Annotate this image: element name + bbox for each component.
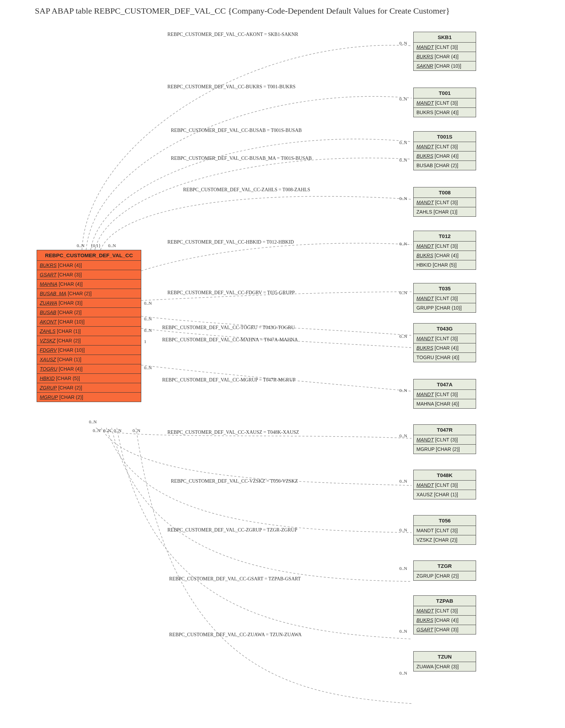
entity-tzpab-header: TZPAB (414, 596, 476, 606)
card-mid-4: 0..N (144, 365, 152, 371)
entity-t035-header: T035 (414, 283, 476, 294)
rel-12: REBPC_CUSTOMER_DEF_VAL_CC-ZGRUP = TZGR-Z… (167, 527, 297, 533)
field-name: MANDT (416, 528, 434, 533)
target-field-row: ZUAWA [CHAR (3)] (414, 662, 476, 671)
field-type: [CLNT (3)] (434, 336, 458, 341)
field-type: [CHAR (4)] (433, 153, 458, 159)
main-field-row: AKONT [CHAR (10)] (37, 317, 141, 327)
entity-t001-header: T001 (414, 88, 476, 98)
field-name: VZSKZ (416, 537, 432, 543)
field-name: BUSAB (40, 310, 56, 315)
field-type: [CHAR (4)] (433, 110, 458, 115)
field-name: MANDT (416, 144, 434, 149)
card-bot-3: 0..N (133, 428, 140, 433)
rel-2: REBPC_CUSTOMER_DEF_VAL_CC-BUSAB = T001S-… (171, 128, 302, 133)
target-field-row: ZGRUP [CHAR (2)] (414, 571, 476, 580)
field-name: ZUAWA (40, 300, 57, 306)
field-name: ZAHLS (416, 209, 432, 215)
field-type: [CHAR (10)] (57, 347, 85, 353)
field-name: BUKRS (416, 153, 433, 159)
field-type: [CHAR (4)] (433, 617, 458, 623)
field-name: HBKID (40, 376, 55, 381)
target-field-row: GRUPP [CHAR (10)] (414, 303, 476, 312)
field-name: BUKRS (416, 617, 433, 623)
entity-t008-header: T008 (414, 187, 476, 198)
field-name: GSART (40, 272, 56, 277)
field-name: FDGRV (40, 347, 57, 353)
target-field-row: MANDT [CLNT (3)] (414, 43, 476, 52)
target-field-row: MANDT [CLNT (3)] (414, 606, 476, 616)
target-field-row: MANDT [CLNT (3)] (414, 390, 476, 399)
card-l-top-2: 0..N (108, 243, 116, 248)
field-type: [CHAR (2)] (432, 537, 457, 543)
field-type: [CHAR (1)] (432, 209, 457, 215)
main-field-row: MAHNA [CHAR (4)] (37, 280, 141, 289)
field-name: MANDT (416, 437, 434, 443)
target-field-row: BUKRS [CHAR (4)] (414, 616, 476, 625)
main-field-row: TOGRU [CHAR (4)] (37, 364, 141, 374)
rcard-7: 0..N (399, 334, 407, 339)
target-field-row: MANDT [CLNT (3)] (414, 481, 476, 490)
entity-t001s-header: T001S (414, 132, 476, 142)
card-mid-1: 0..N (144, 316, 152, 322)
field-name: XAUSZ (40, 357, 56, 362)
field-name: BUSAB_MA (40, 291, 66, 296)
field-name: MAHNA (416, 401, 434, 407)
field-type: [CLNT (3)] (434, 44, 458, 50)
field-type: [CHAR (2)] (57, 385, 82, 391)
entity-main-header: REBPC_CUSTOMER_DEF_VAL_CC (37, 250, 141, 261)
field-type: [CHAR (2)] (55, 338, 81, 343)
target-field-row: MAHNA [CHAR (4)] (414, 399, 476, 408)
card-bot-x0: 0..N (89, 419, 97, 425)
entity-t001s: T001S MANDT [CLNT (3)]BUKRS [CHAR (4)]BU… (413, 131, 476, 170)
field-name: MANDT (416, 200, 434, 205)
field-type: [CHAR (2)] (434, 573, 459, 579)
field-type: [CHAR (1)] (433, 492, 458, 497)
rel-11: REBPC_CUSTOMER_DEF_VAL_CC-VZSKZ = T056-V… (171, 478, 298, 484)
entity-t043g-header: T043G (414, 324, 476, 334)
rel-5: REBPC_CUSTOMER_DEF_VAL_CC-HBKID = T012-H… (167, 239, 294, 245)
entity-t043g: T043G MANDT [CLNT (3)]BUKRS [CHAR (4)]TO… (413, 323, 476, 362)
field-type: [CLNT (3)] (434, 144, 458, 149)
field-name: MANDT (416, 482, 434, 488)
main-field-row: MGRUP [CHAR (2)] (37, 393, 141, 402)
page-title: SAP ABAP table REBPC_CUSTOMER_DEF_VAL_CC… (35, 6, 562, 16)
rcard-1: 0..N (399, 96, 407, 102)
entity-skb1-header: SKB1 (414, 32, 476, 43)
entity-t047a: T047A MANDT [CLNT (3)]MAHNA [CHAR (4)] (413, 379, 476, 409)
field-type: [CHAR (10)] (56, 319, 84, 325)
rcard-6: 0..N (399, 290, 407, 296)
entity-t048k-header: T048K (414, 470, 476, 481)
entity-tzun-header: TZUN (414, 652, 476, 662)
field-type: [CHAR (3)] (433, 627, 458, 632)
field-type: [CHAR (3)] (56, 272, 82, 277)
entity-t012-header: T012 (414, 231, 476, 242)
field-type: [CLNT (3)] (434, 296, 458, 301)
target-field-row: XAUSZ [CHAR (1)] (414, 490, 476, 499)
field-type: [CLNT (3)] (434, 437, 458, 443)
field-name: TOGRU (40, 366, 57, 372)
target-field-row: MGRUP [CHAR (2)] (414, 445, 476, 454)
field-type: [CHAR (2)] (433, 163, 458, 168)
rcard-14: 0..N (399, 629, 407, 634)
field-name: ZAHLS (40, 328, 55, 334)
field-type: [CHAR (10)] (433, 63, 461, 69)
rcard-9: 0..N (399, 388, 407, 393)
field-type: [CHAR (1)] (55, 328, 81, 334)
field-name: GSART (416, 627, 433, 632)
card-l-top-1: {0,1} (91, 243, 101, 248)
field-name: SAKNR (416, 63, 433, 69)
rel-14: REBPC_CUSTOMER_DEF_VAL_CC-ZUAWA = TZUN-Z… (169, 632, 302, 638)
field-type: [CLNT (3)] (434, 392, 458, 397)
field-type: [CHAR (4)] (433, 253, 458, 258)
target-field-row: TOGRU [CHAR (4)] (414, 353, 476, 362)
field-name: MANDT (416, 243, 434, 249)
field-name: MANDT (416, 44, 434, 50)
field-name: GRUPP (416, 305, 434, 311)
entity-t056-header: T056 (414, 515, 476, 526)
target-field-row: BUKRS [CHAR (4)] (414, 108, 476, 117)
field-type: [CLNT (3)] (434, 528, 458, 533)
field-type: [CHAR (4)] (57, 366, 82, 372)
rcard-2: 0..N (399, 140, 407, 146)
rel-0: REBPC_CUSTOMER_DEF_VAL_CC-AKONT = SKB1-S… (167, 32, 298, 37)
